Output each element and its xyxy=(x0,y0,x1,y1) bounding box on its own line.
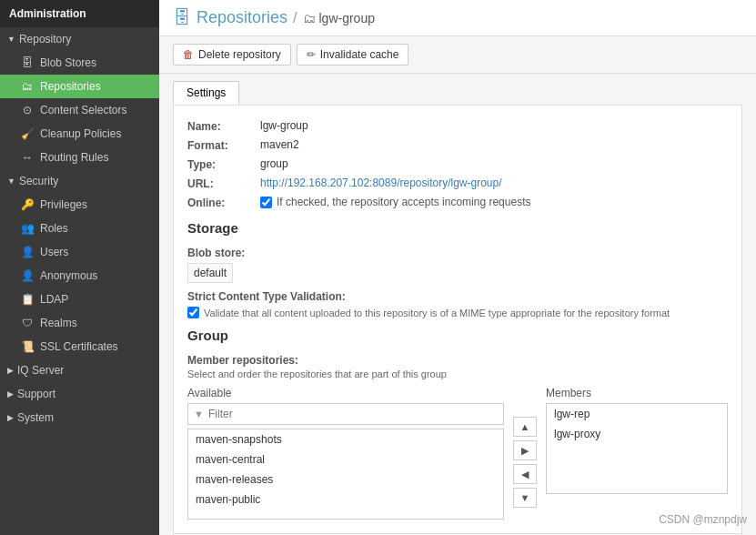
watermark: CSDN @mznpdjw xyxy=(659,513,747,526)
list-item[interactable]: maven-snapshots xyxy=(188,429,503,449)
strict-checkbox[interactable] xyxy=(187,307,199,318)
sidebar-item-ldap[interactable]: 📋 LDAP xyxy=(0,288,159,311)
name-label: Name: xyxy=(187,119,260,133)
list-item[interactable]: maven-public xyxy=(188,490,503,510)
transfer-left-button[interactable]: ◀ xyxy=(513,464,537,484)
sidebar-item-cleanup-policies-label: Cleanup Policies xyxy=(40,127,121,140)
list-item[interactable]: maven-central xyxy=(188,449,503,469)
delete-repository-label: Delete repository xyxy=(198,48,281,61)
sidebar-item-ssl-certificates[interactable]: 📜 SSL Certificates xyxy=(0,335,159,358)
available-list: maven-snapshots maven-central maven-rele… xyxy=(187,429,504,520)
tab-settings[interactable]: Settings xyxy=(173,81,239,105)
cleanup-policies-icon: 🧹 xyxy=(20,126,35,141)
sidebar-item-blob-stores-label: Blob Stores xyxy=(40,56,96,69)
ldap-icon: 📋 xyxy=(20,292,35,307)
anonymous-icon: 👤 xyxy=(20,268,35,283)
sidebar-section-support-label: Support xyxy=(17,388,55,400)
sidebar-item-ssl-certificates-label: SSL Certificates xyxy=(40,340,118,353)
sidebar-item-blob-stores[interactable]: 🗄 Blob Stores xyxy=(0,51,159,75)
content-panel: Name: lgw-group Format: maven2 Type: gro… xyxy=(173,105,742,534)
sidebar-item-anonymous-label: Anonymous xyxy=(40,269,97,282)
sidebar-item-repositories[interactable]: 🗂 Repositories xyxy=(0,75,159,98)
sidebar-item-content-selectors[interactable]: ⊙ Content Selectors xyxy=(0,98,159,122)
repo-columns: Available ▼ maven-snapshots maven-centra… xyxy=(187,387,728,520)
tabs-bar: Settings xyxy=(159,74,756,105)
sidebar-section-repository[interactable]: ▼ Repository xyxy=(0,27,159,51)
sidebar-item-routing-rules[interactable]: ↔ Routing Rules xyxy=(0,146,159,169)
field-row-name: Name: lgw-group xyxy=(187,119,728,133)
delete-icon: 🗑 xyxy=(183,48,194,61)
name-value: lgw-group xyxy=(260,119,308,132)
invalidate-cache-label: Invalidate cache xyxy=(320,48,399,61)
sidebar-item-roles[interactable]: 👥 Roles xyxy=(0,217,159,240)
sidebar-item-anonymous[interactable]: 👤 Anonymous xyxy=(0,264,159,288)
sidebar-item-routing-rules-label: Routing Rules xyxy=(40,151,108,164)
group-section-title: Group xyxy=(187,328,728,347)
sidebar-section-iq-label: IQ Server xyxy=(17,364,64,377)
online-checkbox[interactable] xyxy=(260,197,272,208)
ssl-certificates-icon: 📜 xyxy=(20,339,35,354)
sidebar-section-system[interactable]: ▶ System xyxy=(0,406,159,429)
delete-repository-button[interactable]: 🗑 Delete repository xyxy=(173,44,291,66)
sidebar-section-security-label: Security xyxy=(19,175,58,187)
realms-icon: 🛡 xyxy=(20,316,35,330)
routing-rules-icon: ↔ xyxy=(20,150,35,165)
list-item[interactable]: maven-releases xyxy=(188,469,503,490)
transfer-up-button[interactable]: ▲ xyxy=(513,417,537,437)
url-link[interactable]: http://192.168.207.102:8089/repository/l… xyxy=(260,177,502,189)
members-item[interactable]: lgw-rep xyxy=(547,404,727,424)
filter-icon: ▼ xyxy=(194,409,204,419)
members-label: Members xyxy=(546,387,728,399)
strict-label: Strict Content Type Validation: xyxy=(187,290,728,303)
chevron-down-icon: ▼ xyxy=(7,35,15,44)
online-value: If checked, the repository accepts incom… xyxy=(260,196,530,208)
available-label: Available xyxy=(187,387,504,399)
page-title: Repositories xyxy=(197,8,287,27)
format-value: maven2 xyxy=(260,138,299,151)
field-row-online: Online: If checked, the repository accep… xyxy=(187,196,728,209)
url-value: http://192.168.207.102:8089/repository/l… xyxy=(260,177,502,189)
breadcrumb-item-label: lgw-group xyxy=(319,11,375,25)
transfer-down-button[interactable]: ▼ xyxy=(513,488,537,508)
sidebar-section-iq-server[interactable]: ▶ IQ Server xyxy=(0,358,159,382)
available-column: Available ▼ maven-snapshots maven-centra… xyxy=(187,387,504,520)
sidebar-item-users[interactable]: 👤 Users xyxy=(0,240,159,264)
main-content: 🗄 Repositories / 🗂 lgw-group 🗑 Delete re… xyxy=(159,0,756,535)
sidebar-item-cleanup-policies[interactable]: 🧹 Cleanup Policies xyxy=(0,122,159,146)
storage-section-title: Storage xyxy=(187,220,728,239)
sidebar-section-security[interactable]: ▼ Security xyxy=(0,169,159,193)
strict-validation-note: Validate that all content uploaded to th… xyxy=(187,307,728,318)
sidebar-section-support[interactable]: ▶ Support xyxy=(0,382,159,406)
strict-text: Validate that all content uploaded to th… xyxy=(204,308,670,318)
members-column: Members lgw-rep lgw-proxy xyxy=(546,387,728,494)
sidebar-item-realms-label: Realms xyxy=(40,317,77,329)
online-text: If checked, the repository accepts incom… xyxy=(277,196,530,208)
invalidate-cache-button[interactable]: ✏ Invalidate cache xyxy=(297,44,409,66)
sidebar: Administration ▼ Repository 🗄 Blob Store… xyxy=(0,0,159,535)
page-header: 🗄 Repositories / 🗂 lgw-group xyxy=(159,0,756,36)
sidebar-item-repositories-label: Repositories xyxy=(40,80,101,93)
sidebar-item-privileges[interactable]: 🔑 Privileges xyxy=(0,193,159,217)
chevron-right-icon-iq: ▶ xyxy=(7,366,14,375)
online-checkbox-label: If checked, the repository accepts incom… xyxy=(260,196,530,208)
sidebar-item-privileges-label: Privileges xyxy=(40,198,87,211)
field-row-url: URL: http://192.168.207.102:8089/reposit… xyxy=(187,177,728,190)
sidebar-item-realms[interactable]: 🛡 Realms xyxy=(0,311,159,335)
format-label: Format: xyxy=(187,138,260,152)
sidebar-item-content-selectors-label: Content Selectors xyxy=(40,104,126,116)
field-row-type: Type: group xyxy=(187,157,728,171)
invalidate-icon: ✏ xyxy=(307,48,316,61)
member-hint: Select and order the repositories that a… xyxy=(187,368,728,379)
transfer-buttons: ▲ ▶ ◀ ▼ xyxy=(513,417,537,508)
sidebar-item-users-label: Users xyxy=(40,246,68,258)
repositories-header-icon: 🗄 xyxy=(173,7,191,28)
transfer-right-button[interactable]: ▶ xyxy=(513,440,537,460)
filter-input[interactable] xyxy=(187,403,504,425)
chevron-down-icon-security: ▼ xyxy=(7,177,15,186)
members-item[interactable]: lgw-proxy xyxy=(547,424,727,444)
roles-icon: 👥 xyxy=(20,221,35,236)
field-row-format: Format: maven2 xyxy=(187,138,728,152)
online-label: Online: xyxy=(187,196,260,209)
sidebar-item-roles-label: Roles xyxy=(40,222,68,235)
repositories-icon: 🗂 xyxy=(20,79,35,94)
